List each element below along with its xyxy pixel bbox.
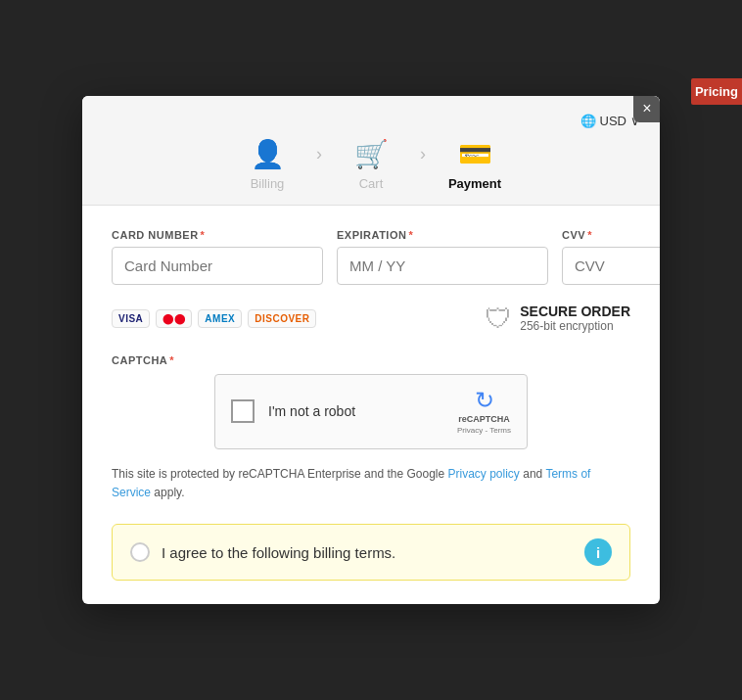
captcha-checkbox[interactable] — [231, 399, 255, 423]
secure-title: SECURE ORDER — [520, 303, 630, 319]
cart-icon: 🛒 — [354, 138, 389, 170]
secure-subtitle: 256-bit encryption — [520, 319, 630, 333]
billing-icon: 👤 — [251, 138, 285, 170]
payment-icon: 💳 — [458, 138, 492, 170]
payment-modal: × 🌐 USD ∨ 👤 Billing › 🛒 Cart › 💳 Payment — [82, 96, 660, 604]
required-star-captcha: * — [169, 354, 174, 366]
secure-text: SECURE ORDER 256-bit encryption — [520, 303, 630, 333]
captcha-box: I'm not a robot ↻ reCAPTCHA Privacy - Te… — [214, 374, 528, 449]
card-number-input[interactable] — [112, 247, 323, 285]
pricing-hint: Pricing — [691, 78, 742, 105]
card-logos-secure-row: VISA ⬤⬤ AMEX DISCOVER 🛡 SECURE ORDER 256… — [112, 303, 630, 335]
recaptcha-label: reCAPTCHA — [458, 414, 510, 424]
captcha-section: CAPTCHA* I'm not a robot ↻ reCAPTCHA Pri… — [112, 354, 630, 449]
modal-body: CARD NUMBER* EXPIRATION* CVV* VISA ⬤⬤ — [82, 206, 660, 604]
mastercard-logo: ⬤⬤ — [156, 309, 192, 328]
cvv-input[interactable] — [562, 247, 660, 285]
payment-form-row: CARD NUMBER* EXPIRATION* CVV* — [112, 229, 630, 285]
card-logos: VISA ⬤⬤ AMEX DISCOVER — [112, 309, 316, 328]
currency-row: 🌐 USD ∨ — [102, 114, 640, 128]
required-star-card: * — [201, 229, 206, 241]
step-cart[interactable]: 🛒 Cart — [332, 138, 410, 191]
terms-left: I agree to the following billing terms. — [130, 542, 395, 562]
currency-selector[interactable]: 🌐 USD ∨ — [580, 114, 640, 128]
billing-label: Billing — [251, 176, 285, 191]
discover-logo: DISCOVER — [248, 309, 316, 328]
arrow-icon-2: › — [420, 144, 426, 184]
modal-header: 🌐 USD ∨ 👤 Billing › 🛒 Cart › 💳 Payment — [82, 96, 660, 206]
expiration-label: EXPIRATION* — [337, 229, 548, 241]
payment-label: Payment — [448, 176, 501, 191]
step-payment[interactable]: 💳 Payment — [436, 138, 514, 191]
visa-logo: VISA — [112, 309, 150, 328]
close-button[interactable]: × — [633, 96, 660, 122]
privacy-policy-link[interactable]: Privacy policy — [448, 467, 520, 481]
recaptcha-links: Privacy - Terms — [457, 426, 511, 435]
required-star-exp: * — [408, 229, 413, 241]
required-star-cvv: * — [587, 229, 592, 241]
recaptcha-logo: ↻ reCAPTCHA Privacy - Terms — [457, 389, 511, 435]
steps-row: 👤 Billing › 🛒 Cart › 💳 Payment — [102, 138, 640, 191]
terms-radio[interactable] — [130, 542, 150, 562]
cart-label: Cart — [359, 176, 384, 191]
recaptcha-arrows-icon: ↻ — [475, 389, 494, 412]
step-billing[interactable]: 👤 Billing — [228, 138, 306, 191]
arrow-icon-1: › — [316, 144, 322, 184]
captcha-text: I'm not a robot — [268, 403, 355, 419]
cvv-label: CVV* — [562, 229, 660, 241]
card-number-label: CARD NUMBER* — [112, 229, 323, 241]
cvv-group: CVV* — [562, 229, 660, 285]
captcha-label: CAPTCHA* — [112, 354, 630, 366]
captcha-left: I'm not a robot — [231, 399, 355, 423]
terms-info-button[interactable]: i — [584, 538, 612, 566]
secure-order: 🛡 SECURE ORDER 256-bit encryption — [485, 303, 630, 335]
card-number-group: CARD NUMBER* — [112, 229, 323, 285]
currency-value: USD — [600, 114, 626, 128]
expiration-input[interactable] — [337, 247, 548, 285]
currency-flag-icon: 🌐 — [580, 114, 596, 128]
expiration-group: EXPIRATION* — [337, 229, 548, 285]
shield-icon: 🛡 — [485, 303, 512, 335]
amex-logo: AMEX — [198, 309, 242, 328]
terms-text: I agree to the following billing terms. — [162, 544, 395, 561]
protection-text: This site is protected by reCAPTCHA Ente… — [112, 465, 630, 502]
terms-banner: I agree to the following billing terms. … — [112, 524, 630, 581]
